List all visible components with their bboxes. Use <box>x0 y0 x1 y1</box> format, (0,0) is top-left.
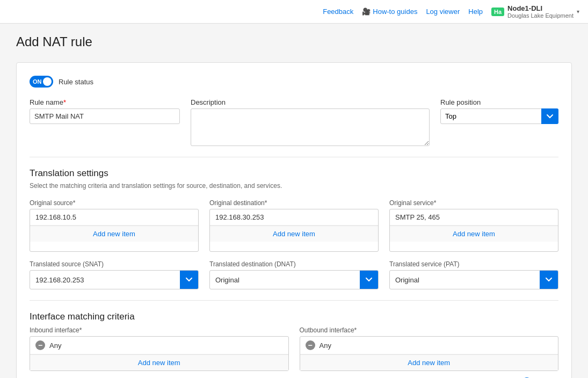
translated-source-value: 192.168.20.253 <box>30 272 180 288</box>
howto-link[interactable]: 🎥 How-to guides <box>362 8 417 16</box>
toggle-on-label: ON <box>33 78 42 85</box>
divider2 <box>30 300 558 301</box>
node-dropdown[interactable]: Ha Node1-DLI Douglas Lake Equipment ▾ <box>491 4 579 19</box>
feedback-link[interactable]: Feedback <box>323 8 353 16</box>
outbound-label: Outbound interface* <box>300 326 559 334</box>
translated-destination-col: Translated destination (DNAT) Original <box>209 260 379 289</box>
add-inbound-btn[interactable]: Add new item <box>30 354 288 370</box>
inbound-label: Inbound interface* <box>30 326 289 334</box>
translated-row: Translated source (SNAT) 192.168.20.253 … <box>30 260 558 289</box>
outbound-value: Any <box>320 341 331 350</box>
video-icon: 🎥 <box>362 8 371 16</box>
translated-source-dropdown-btn[interactable] <box>180 271 198 289</box>
help-link[interactable]: Help <box>468 8 483 16</box>
main-content: Add NAT rule ON Rule status Rule name* <box>0 24 588 378</box>
fields-row: Rule name* Description Rule position Top… <box>30 98 558 146</box>
interface-section: Interface matching criteria Inbound inte… <box>30 311 558 378</box>
rule-status-label: Rule status <box>59 78 93 86</box>
add-original-destination-btn[interactable]: Add new item <box>210 226 378 242</box>
translated-destination-dropdown-btn[interactable] <box>360 271 378 289</box>
chevron-down-icon: ▾ <box>577 9 579 14</box>
original-service-box: SMTP 25, 465 Add new item <box>389 209 558 252</box>
original-service-label: Original service* <box>389 199 558 207</box>
original-source-col: Original source* 192.168.10.5 Add new it… <box>30 199 199 252</box>
divider <box>30 157 558 157</box>
rule-basic-card: ON Rule status Rule name* Description Ru… <box>16 62 572 378</box>
rule-status-toggle[interactable]: ON <box>30 76 53 88</box>
original-destination-label: Original destination* <box>209 199 379 207</box>
add-original-source-btn[interactable]: Add new item <box>30 226 198 242</box>
translated-destination-field: Original <box>209 270 379 289</box>
node-sub: Douglas Lake Equipment <box>507 12 574 19</box>
translated-service-dropdown-btn[interactable] <box>540 271 558 289</box>
outbound-any-item: − Any <box>300 337 558 354</box>
original-source-item: 192.168.10.5 <box>30 209 198 226</box>
node-badge: Ha <box>491 8 504 16</box>
translated-service-col: Translated service (PAT) Original <box>389 260 558 289</box>
original-source-label: Original source* <box>30 199 199 207</box>
translated-service-field: Original <box>389 270 558 289</box>
node-info: Node1-DLI Douglas Lake Equipment <box>507 4 574 19</box>
original-service-col: Original service* SMTP 25, 465 Add new i… <box>389 199 558 252</box>
inbound-box: − Any Add new item <box>30 336 289 371</box>
top-bar: Feedback 🎥 How-to guides Log viewer Help… <box>0 0 588 24</box>
translated-source-field: 192.168.20.253 <box>30 270 199 289</box>
add-outbound-btn[interactable]: Add new item <box>300 354 558 370</box>
toggle-wrapper: ON Rule status <box>30 76 558 88</box>
translated-service-value: Original <box>390 272 540 288</box>
translated-source-col: Translated source (SNAT) 192.168.20.253 <box>30 260 199 289</box>
rule-position-label: Rule position <box>440 98 558 106</box>
outbound-remove-btn[interactable]: − <box>306 340 315 350</box>
translation-desc: Select the matching criteria and transla… <box>30 182 558 190</box>
translation-title: Translation settings <box>30 168 558 179</box>
rule-name-group: Rule name* <box>30 98 180 124</box>
rule-position-select[interactable]: Top Bottom Before After <box>440 108 558 124</box>
translated-destination-label: Translated destination (DNAT) <box>209 260 379 268</box>
page-title: Add NAT rule <box>16 34 572 49</box>
interface-title: Interface matching criteria <box>30 311 558 322</box>
logviewer-link[interactable]: Log viewer <box>426 8 460 16</box>
original-row: Original source* 192.168.10.5 Add new it… <box>30 199 558 252</box>
add-original-service-btn[interactable]: Add new item <box>390 226 558 242</box>
translation-section: Translation settings Select the matching… <box>30 168 558 289</box>
outbound-col: Outbound interface* − Any Add new item O… <box>300 326 559 378</box>
rule-name-label: Rule name* <box>30 98 180 106</box>
original-destination-box: 192.168.30.253 Add new item <box>209 209 379 252</box>
description-group: Description <box>191 98 430 146</box>
node-name: Node1-DLI <box>507 4 542 12</box>
inbound-remove-btn[interactable]: − <box>35 340 45 350</box>
outbound-box: − Any Add new item <box>300 336 559 371</box>
inbound-col: Inbound interface* − Any Add new item <box>30 326 289 378</box>
toggle-slider: ON <box>30 76 53 88</box>
translated-source-label: Translated source (SNAT) <box>30 260 199 268</box>
original-destination-item: 192.168.30.253 <box>210 209 378 226</box>
inbound-any-item: − Any <box>30 337 288 354</box>
rule-position-group: Rule position Top Bottom Before After <box>440 98 558 124</box>
description-textarea[interactable] <box>191 108 430 146</box>
rule-name-input[interactable] <box>30 108 180 124</box>
original-service-item: SMTP 25, 465 <box>390 209 558 226</box>
original-source-box: 192.168.10.5 Add new item <box>30 209 199 252</box>
translated-service-label: Translated service (PAT) <box>389 260 558 268</box>
original-destination-col: Original destination* 192.168.30.253 Add… <box>209 199 379 252</box>
description-label: Description <box>191 98 430 106</box>
inbound-value: Any <box>49 341 61 350</box>
translated-destination-value: Original <box>210 272 360 288</box>
interface-cols: Inbound interface* − Any Add new item Ou… <box>30 326 558 378</box>
